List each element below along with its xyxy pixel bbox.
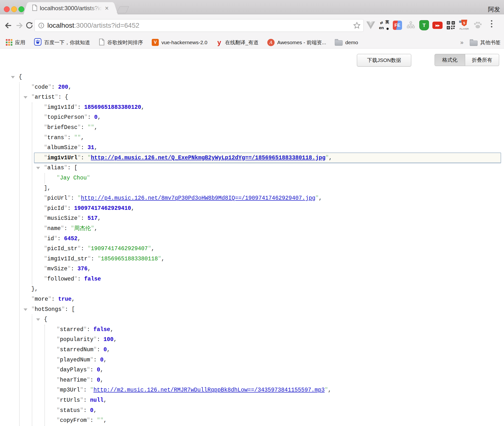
tab-title: localhost:3000/artists?id=645 bbox=[40, 5, 102, 12]
forward-button[interactable] bbox=[15, 21, 24, 31]
awesomes-icon: A bbox=[267, 39, 275, 46]
page-content: 下载JSON数据 格式化 折叠所有 {"code": 200,"artist":… bbox=[0, 49, 504, 426]
download-json-button[interactable]: 下载JSON数据 bbox=[357, 54, 411, 67]
json-line: "copyFrom": "", bbox=[0, 416, 504, 426]
json-viewer: {"code": 200,"artist": {"img1v1Id": 1856… bbox=[0, 72, 504, 426]
bookmark-star-icon[interactable] bbox=[353, 21, 361, 31]
json-line: "more": true, bbox=[0, 294, 504, 305]
json-line: "starredNum": 0, bbox=[0, 345, 504, 355]
json-line: "status": 0, bbox=[0, 406, 504, 416]
page-info-icon[interactable] bbox=[38, 22, 44, 29]
json-line: "code": 200, bbox=[0, 82, 504, 93]
tampermonkey-icon[interactable]: T bbox=[419, 20, 429, 31]
extension-icons: 英en⇄ FE T ▶▶ 5PLAYER bbox=[366, 18, 483, 33]
bookmark-baidu[interactable]: 百度一下，你就知道 bbox=[34, 38, 90, 47]
tab-favicon-page-icon bbox=[32, 5, 37, 12]
vue-devtools-icon[interactable] bbox=[366, 20, 376, 31]
json-line: "followed": false bbox=[0, 274, 504, 284]
address-bar[interactable]: localhost:3000/artists?id=6452 bbox=[34, 19, 364, 32]
browser-toolbar: localhost:3000/artists?id=6452 英en⇄ FE T… bbox=[0, 14, 504, 36]
json-line: "playedNum": 0, bbox=[0, 355, 504, 365]
translate-en-icon[interactable]: 英en⇄ bbox=[379, 20, 389, 31]
json-line: ], bbox=[0, 183, 504, 194]
fe-extension-icon[interactable]: FE bbox=[392, 20, 403, 31]
bookmark-apps[interactable]: 应用 bbox=[6, 39, 25, 46]
baidu-paw-icon bbox=[34, 38, 42, 47]
tab-close-icon[interactable]: × bbox=[105, 5, 109, 12]
collapse-arrow-icon[interactable] bbox=[24, 308, 27, 311]
url-text[interactable]: localhost:3000/artists?id=6452 bbox=[47, 22, 139, 29]
bookmarks-overflow-icon[interactable]: » bbox=[460, 39, 463, 46]
json-line: "rtUrls": null, bbox=[0, 395, 504, 406]
collapse-arrow-icon[interactable] bbox=[11, 76, 15, 78]
back-button[interactable] bbox=[4, 21, 13, 31]
json-line: "mp3Url": "http://m2.music.126.net/RMJR7… bbox=[0, 385, 504, 395]
paw-extension-icon[interactable] bbox=[472, 20, 483, 31]
bookmark-google-sort[interactable]: 谷歌按时间排序 bbox=[99, 39, 143, 46]
json-line: "id": 6452, bbox=[0, 234, 504, 244]
bookmark-vue-hackernews[interactable]: V vue-hackernews-2.0 bbox=[152, 39, 207, 46]
bookmark-youdao-translate[interactable]: y 在线翻译_有道 bbox=[216, 39, 259, 46]
zoom-window-button[interactable] bbox=[18, 6, 24, 12]
json-line: "trans": "", bbox=[0, 133, 504, 143]
qr-code-icon[interactable] bbox=[446, 20, 456, 31]
json-line: "dayPlays": 0, bbox=[0, 365, 504, 375]
json-line: { bbox=[0, 315, 504, 325]
vue-orange-icon: V bbox=[152, 39, 159, 46]
minimize-window-button[interactable] bbox=[11, 6, 17, 12]
json-line: "img1v1Url": "http://p4.music.126.net/Q_… bbox=[0, 153, 504, 163]
json-line: "mvSize": 376, bbox=[0, 264, 504, 274]
reload-button[interactable] bbox=[25, 21, 34, 30]
json-line: "name": "周杰伦", bbox=[0, 224, 504, 234]
youdao-icon: y bbox=[216, 39, 222, 46]
json-line: "Jay Chou" bbox=[0, 173, 504, 183]
browser-menu-icon[interactable] bbox=[491, 20, 492, 27]
json-line: "picId": 19097417462929410, bbox=[0, 204, 504, 214]
json-line: "albumSize": 31, bbox=[0, 143, 504, 153]
json-line: "img1v1Id_str": "18569651883380118", bbox=[0, 254, 504, 264]
collapse-arrow-icon[interactable] bbox=[24, 96, 27, 99]
json-line: { bbox=[0, 72, 504, 82]
collapse-arrow-icon[interactable] bbox=[36, 167, 40, 169]
json-line: "picId_str": "19097417462929407", bbox=[0, 244, 504, 254]
bookmark-demo-folder[interactable]: demo bbox=[335, 39, 358, 46]
view-mode-segmented-control: 格式化 折叠所有 bbox=[435, 54, 499, 66]
json-line: "starred": false, bbox=[0, 325, 504, 335]
close-window-button[interactable] bbox=[4, 6, 10, 12]
collapse-all-button[interactable]: 折叠所有 bbox=[465, 54, 499, 66]
json-line: "picUrl": "http://p4.music.126.net/8mv7q… bbox=[0, 193, 504, 204]
video-doubler-icon[interactable]: ▶▶ bbox=[432, 20, 443, 31]
json-line: "hotSongs": [ bbox=[0, 305, 504, 315]
html5-player-icon[interactable]: 5PLAYER bbox=[459, 20, 469, 31]
json-line: "artist": { bbox=[0, 92, 504, 102]
new-tab-button[interactable] bbox=[117, 6, 129, 13]
apps-grid-icon bbox=[6, 39, 12, 46]
json-url-link[interactable]: http://m2.music.126.net/RMJR7wDullRqppBk… bbox=[93, 387, 325, 393]
json-line: "popularity": 100, bbox=[0, 335, 504, 345]
json-url-link[interactable]: http://p4.music.126.net/Q_ExePNkmgB2yWyL… bbox=[91, 155, 325, 161]
sitemap-extension-icon[interactable] bbox=[406, 20, 416, 31]
json-line: "hearTime": 0, bbox=[0, 375, 504, 385]
folder-icon bbox=[335, 40, 343, 46]
format-button[interactable]: 格式化 bbox=[435, 54, 465, 66]
json-line: "topicPerson": 0, bbox=[0, 112, 504, 123]
collapse-arrow-icon[interactable] bbox=[36, 318, 40, 321]
other-bookmarks-folder[interactable]: 其他书签 bbox=[470, 39, 501, 46]
browser-tab[interactable]: localhost:3000/artists?id=645 × bbox=[29, 2, 113, 14]
json-line: "alias": [ bbox=[0, 163, 504, 173]
folder-icon bbox=[470, 41, 478, 46]
json-url-link[interactable]: http://p4.music.126.net/8mv7qP30Pd3oHW8b… bbox=[81, 195, 315, 201]
json-line: "musicSize": 517, bbox=[0, 213, 504, 224]
json-line: "img1v1Id": 18569651883380120, bbox=[0, 102, 504, 113]
page-icon bbox=[99, 39, 105, 46]
json-line: "briefDesc": "", bbox=[0, 123, 504, 133]
browser-window: localhost:3000/artists?id=645 × 阿发 local… bbox=[0, 0, 504, 426]
bookmark-awesomes[interactable]: A Awesomes - 前端资... bbox=[267, 39, 326, 46]
bookmarks-bar: 应用 百度一下，你就知道 谷歌按时间排序 V vue-hackernews-2.… bbox=[0, 36, 504, 49]
json-line: }, bbox=[0, 284, 504, 294]
profile-name[interactable]: 阿发 bbox=[488, 5, 500, 13]
title-bar: localhost:3000/artists?id=645 × 阿发 bbox=[0, 0, 504, 14]
